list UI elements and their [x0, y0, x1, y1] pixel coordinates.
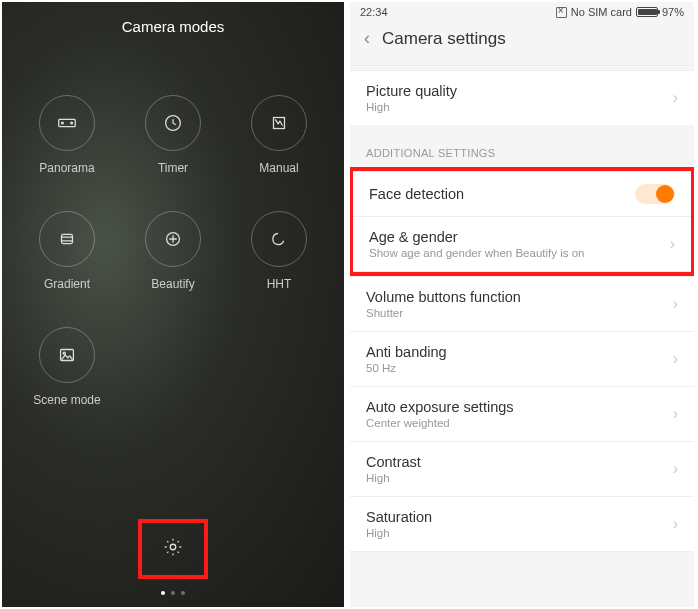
item-face-detection[interactable]: Face detection [353, 171, 691, 216]
item-volume-buttons[interactable]: Volume buttons function Shutter › [350, 276, 694, 331]
item-sub: High [366, 472, 421, 484]
settings-highlight [138, 519, 208, 579]
item-sub: Shutter [366, 307, 521, 319]
mode-label: Timer [158, 161, 188, 175]
gradient-icon [39, 211, 95, 267]
mode-hht[interactable]: HHT [226, 211, 332, 291]
dot [171, 591, 175, 595]
item-title: Contrast [366, 454, 421, 470]
hht-icon [251, 211, 307, 267]
mode-manual[interactable]: Manual [226, 95, 332, 175]
item-title: Auto exposure settings [366, 399, 514, 415]
item-auto-exposure[interactable]: Auto exposure settings Center weighted › [350, 386, 694, 441]
face-age-highlight: Face detection Age & gender Show age and… [350, 167, 694, 276]
item-sub: High [366, 101, 457, 113]
mode-label: Gradient [44, 277, 90, 291]
chevron-right-icon: › [673, 405, 678, 423]
item-title: Age & gender [369, 229, 584, 245]
chevron-right-icon: › [673, 89, 678, 107]
item-sub: High [366, 527, 432, 539]
dot [181, 591, 185, 595]
chevron-right-icon: › [673, 350, 678, 368]
status-sim: No SIM card [571, 6, 632, 18]
item-contrast[interactable]: Contrast High › [350, 441, 694, 496]
item-sub: Center weighted [366, 417, 514, 429]
mode-label: Panorama [39, 161, 94, 175]
beautify-icon [145, 211, 201, 267]
chevron-right-icon: › [673, 460, 678, 478]
item-title: Saturation [366, 509, 432, 525]
item-sub: Show age and gender when Beautify is on [369, 247, 584, 259]
status-right: No SIM card 97% [556, 6, 684, 18]
toggle-knob [656, 185, 674, 203]
mode-gradient[interactable]: Gradient [14, 211, 120, 291]
mode-label: Beautify [151, 277, 194, 291]
item-saturation[interactable]: Saturation High › [350, 496, 694, 552]
settings-gear-button[interactable] [162, 536, 184, 562]
camera-settings-pane: 22:34 No SIM card 97% ‹ Camera settings … [350, 2, 694, 607]
svg-point-8 [63, 352, 65, 354]
modes-title: Camera modes [2, 2, 344, 95]
item-title: Volume buttons function [366, 289, 521, 305]
item-age-gender[interactable]: Age & gender Show age and gender when Be… [353, 216, 691, 272]
mode-scene[interactable]: Scene mode [14, 327, 120, 407]
camera-modes-pane: Camera modes Panorama Timer Manual Gradi… [2, 2, 344, 607]
status-time: 22:34 [360, 6, 388, 18]
status-battery: 97% [662, 6, 684, 18]
svg-rect-5 [62, 234, 73, 243]
chevron-right-icon: › [670, 235, 675, 253]
mode-label: Manual [259, 161, 298, 175]
mode-panorama[interactable]: Panorama [14, 95, 120, 175]
no-sim-icon [556, 7, 567, 18]
face-detection-toggle[interactable] [635, 184, 675, 204]
svg-point-9 [170, 544, 176, 550]
mode-timer[interactable]: Timer [120, 95, 226, 175]
svg-point-1 [62, 122, 64, 124]
item-title: Picture quality [366, 83, 457, 99]
chevron-right-icon: › [673, 515, 678, 533]
mode-label: Scene mode [33, 393, 100, 407]
svg-point-2 [71, 122, 73, 124]
item-sub: 50 Hz [366, 362, 447, 374]
mode-label: HHT [267, 277, 292, 291]
mode-beautify[interactable]: Beautify [120, 211, 226, 291]
back-button[interactable]: ‹ [364, 28, 370, 49]
item-anti-banding[interactable]: Anti banding 50 Hz › [350, 331, 694, 386]
scene-icon [39, 327, 95, 383]
item-title: Face detection [369, 186, 464, 202]
manual-icon [251, 95, 307, 151]
gear-icon [162, 536, 184, 558]
status-bar: 22:34 No SIM card 97% [350, 2, 694, 18]
battery-icon [636, 7, 658, 17]
settings-header: ‹ Camera settings [350, 18, 694, 65]
chevron-right-icon: › [673, 295, 678, 313]
item-title: Anti banding [366, 344, 447, 360]
settings-title: Camera settings [382, 29, 506, 49]
settings-list[interactable]: Picture quality High › ADDITIONAL SETTIN… [350, 65, 694, 552]
section-header: ADDITIONAL SETTINGS [350, 125, 694, 167]
modes-grid: Panorama Timer Manual Gradient Beautify … [2, 95, 344, 407]
timer-icon [145, 95, 201, 151]
panorama-icon [39, 95, 95, 151]
item-picture-quality[interactable]: Picture quality High › [350, 70, 694, 125]
page-indicator [161, 591, 185, 595]
dot [161, 591, 165, 595]
